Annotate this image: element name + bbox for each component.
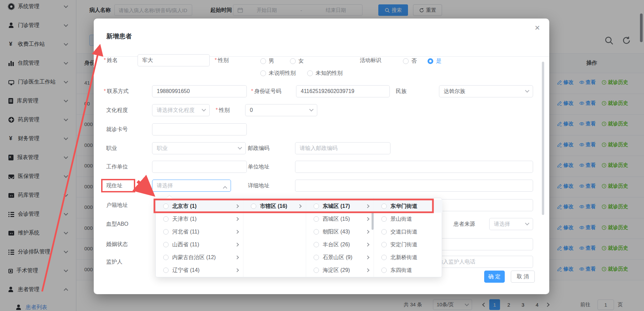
current-address-cascader[interactable]: 请选择	[152, 180, 231, 192]
ethnicity-label: 民族	[396, 85, 407, 97]
blood-type-label: 血型ABO	[106, 218, 128, 230]
chevron-right-icon	[365, 217, 369, 221]
employer-input[interactable]	[152, 161, 247, 173]
cascader-option[interactable]: 安定门街道	[374, 238, 442, 251]
chevron-down-icon	[238, 145, 242, 150]
active-flag-option-yes[interactable]: 是	[428, 58, 441, 65]
gender-option-male[interactable]: 男	[260, 58, 274, 65]
radio-icon[interactable]	[381, 255, 387, 260]
chevron-right-icon	[365, 204, 369, 208]
radio-icon[interactable]	[290, 58, 296, 64]
cascader-option[interactable]: 石景山区 (9)	[306, 251, 374, 264]
cascader-option[interactable]: 朝阳区 (43)	[306, 225, 374, 238]
cascader-option[interactable]: 东四街道	[374, 264, 442, 277]
chevron-right-icon	[235, 217, 239, 221]
marital-status-label: 婚姻状态	[106, 238, 128, 250]
gender-option-unknown[interactable]: 未知的性别	[307, 70, 343, 77]
postcode-label: 邮政编码	[248, 142, 269, 154]
dialog-title: 新增患者	[106, 32, 132, 41]
gender-select-label: *性别	[215, 104, 230, 116]
contact-input[interactable]	[152, 85, 247, 97]
patient-source-label: 患者来源	[453, 218, 475, 230]
name-input[interactable]	[138, 54, 210, 66]
cascader-option[interactable]: 山西省 (11)	[156, 238, 243, 251]
registered-address-label: 户籍地址	[106, 199, 128, 211]
close-icon[interactable]: ×	[535, 23, 540, 32]
cascader-option[interactable]: 天津市 (1)	[156, 213, 243, 225]
radio-icon[interactable]	[381, 242, 387, 247]
chevron-right-icon	[298, 204, 301, 208]
radio-icon[interactable]	[163, 216, 169, 222]
radio-icon[interactable]	[381, 268, 387, 273]
patient-source-select[interactable]: 请选择	[489, 218, 533, 230]
registered-address-right-input[interactable]	[428, 199, 533, 211]
employer-label: 工作单位	[106, 161, 128, 173]
cascader-option[interactable]: 海淀区 (29)	[306, 264, 374, 277]
radio-checked-icon[interactable]	[428, 58, 433, 64]
card-no-label: 就诊卡号	[106, 123, 128, 135]
current-address-label: 现住址	[106, 180, 122, 192]
chevron-right-icon	[365, 268, 369, 272]
postcode-input[interactable]	[295, 142, 390, 154]
radio-icon[interactable]	[381, 216, 387, 222]
marital-right-input[interactable]	[428, 238, 533, 250]
radio-icon[interactable]	[314, 204, 319, 209]
name-label: *姓名	[104, 54, 118, 66]
gender-label: *性别	[214, 54, 229, 66]
employer-address-label: 单位地址	[248, 161, 269, 173]
cascader-option[interactable]: 丰台区 (26)	[306, 238, 374, 251]
cascader-column-3: 东城区 (17) 西城区 (15) 朝阳区 (43) 丰台区 (26) 石景山区…	[306, 198, 374, 277]
radio-icon[interactable]	[163, 229, 169, 235]
radio-icon[interactable]	[381, 204, 387, 209]
radio-icon[interactable]	[260, 70, 266, 76]
chevron-down-icon	[309, 107, 314, 112]
radio-icon[interactable]	[163, 242, 169, 247]
radio-icon[interactable]	[403, 58, 409, 64]
chevron-right-icon	[235, 243, 239, 246]
occupation-select[interactable]: 职业	[152, 142, 246, 154]
radio-icon[interactable]	[314, 255, 319, 260]
gender-option-female[interactable]: 女	[290, 58, 304, 65]
cascader-column-1: 北京市 (1) 天津市 (1) 河北省 (11) 山西省 (11) 内蒙古自治区…	[156, 198, 243, 277]
radio-icon[interactable]	[163, 268, 169, 273]
cascader-option[interactable]: 景山街道	[374, 213, 442, 225]
detail-address-input[interactable]	[295, 180, 533, 192]
chevron-right-icon	[365, 255, 369, 259]
card-no-input[interactable]	[152, 123, 247, 135]
gender-option-unspecified[interactable]: 未说明性别	[260, 70, 296, 77]
dialog-scrollbar[interactable]	[542, 62, 544, 215]
radio-icon[interactable]	[163, 255, 169, 260]
confirm-button[interactable]: 确 定	[484, 271, 505, 283]
employer-address-input[interactable]	[295, 161, 533, 173]
radio-icon[interactable]	[314, 229, 319, 235]
cascader-option[interactable]: 东城区 (17)	[306, 200, 374, 213]
ethnicity-select[interactable]: 达斡尔族	[439, 85, 533, 97]
radio-icon[interactable]	[251, 204, 256, 209]
cascader-option[interactable]: 辽宁省 (14)	[156, 264, 243, 277]
radio-icon[interactable]	[314, 216, 319, 222]
cascader-option[interactable]: 交道口街道	[374, 225, 442, 238]
cascader-option[interactable]: 河北省 (11)	[156, 225, 243, 238]
radio-icon[interactable]	[260, 58, 266, 64]
cascader-option[interactable]: 北京市 (1)	[156, 200, 243, 213]
education-select[interactable]: 请选择文化程度	[152, 104, 210, 116]
radio-icon[interactable]	[381, 229, 387, 235]
cascader-option[interactable]: 西城区 (15)	[306, 213, 374, 225]
cascader-option[interactable]: 东华门街道	[374, 200, 442, 213]
id-number-input[interactable]	[296, 85, 390, 97]
gender-select[interactable]: 0	[245, 104, 317, 116]
guardian-phone-input[interactable]	[428, 256, 533, 268]
active-flag-option-no[interactable]: 否	[403, 58, 417, 65]
cascader-option[interactable]: 市辖区 (16)	[243, 200, 306, 213]
id-number-label: *身份证号码	[251, 85, 281, 97]
radio-icon[interactable]	[307, 70, 313, 76]
cascader-column-2: 市辖区 (16)	[243, 198, 306, 277]
cancel-button[interactable]: 取 消	[511, 271, 535, 283]
cascader-option[interactable]: 北新桥街道	[374, 251, 442, 264]
cascader-option[interactable]: 内蒙古自治区 (12)	[156, 251, 243, 264]
contact-label: *联系方式	[104, 85, 128, 97]
radio-icon[interactable]	[314, 268, 319, 273]
chevron-right-icon	[365, 243, 369, 246]
radio-icon[interactable]	[163, 204, 169, 209]
radio-icon[interactable]	[314, 242, 319, 247]
